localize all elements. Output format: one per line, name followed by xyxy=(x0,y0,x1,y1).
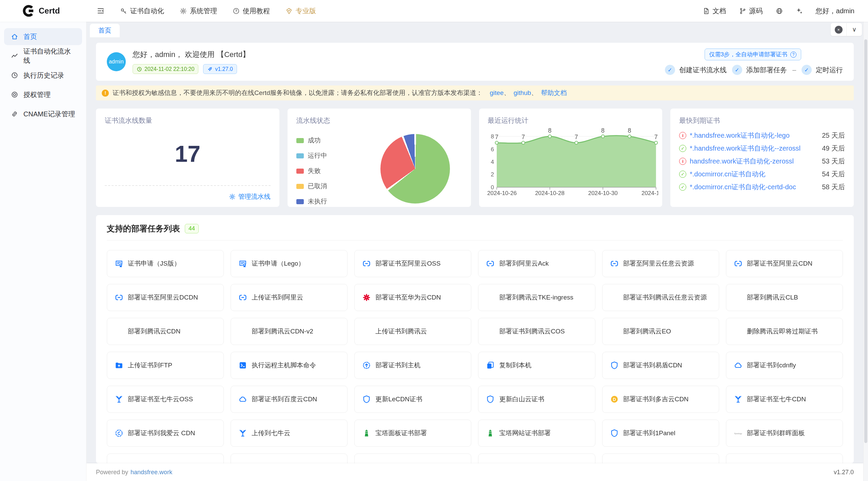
task-card[interactable]: 上传证书到FTP xyxy=(107,352,224,379)
task-card[interactable]: 部署证书到易盾CDN xyxy=(602,352,719,379)
task-card[interactable]: 复制到本机 xyxy=(478,352,595,379)
task-card[interactable]: 部署证书到cdnfly xyxy=(726,352,843,379)
task-label: 部署证书到易盾CDN xyxy=(623,361,682,370)
baota-icon xyxy=(362,429,371,438)
notice-link-1[interactable]: gitee xyxy=(490,89,504,96)
clock-icon xyxy=(137,66,142,72)
tab-home[interactable]: 首页 xyxy=(90,24,120,37)
deploy-tasks-card: 支持的部署任务列表 44 证书申请（JS版）证书申请（Lego）部署证书至阿里云… xyxy=(96,215,854,463)
svg-text:2: 2 xyxy=(491,171,494,178)
avatar: admin xyxy=(107,52,126,71)
notice-link-3[interactable]: 帮助文档 xyxy=(541,89,567,96)
task-card[interactable]: 部署到腾讯云CDN xyxy=(107,318,224,345)
huawei-icon xyxy=(362,293,371,302)
tab-options-button[interactable]: ∨ xyxy=(846,23,862,36)
task-card-partial[interactable] xyxy=(602,454,719,463)
security-notice: ! 证书和授权为敏感信息，不要使用来历不明的在线Certd服务和镜像，以免泄露；… xyxy=(96,85,854,100)
task-card[interactable]: 证书申请（JS版） xyxy=(107,250,224,277)
task-card[interactable]: 上传证书到腾讯云 xyxy=(354,318,471,345)
legend-label: 未执行 xyxy=(308,197,327,206)
cert-name-link[interactable]: *.docmirror.cn证书自动化 xyxy=(690,170,818,179)
task-card[interactable]: 部署至阿里云任意云资源 xyxy=(602,250,719,277)
task-card[interactable]: 删除腾讯云即将过期证书 xyxy=(726,318,843,345)
language-globe-icon[interactable] xyxy=(776,7,783,15)
task-card[interactable]: 部署证书至七牛CDN xyxy=(726,386,843,413)
task-card[interactable]: 部署证书至华为云CDN xyxy=(354,284,471,311)
task-card[interactable]: 宝塔面板证书部署 xyxy=(354,420,471,447)
cert-name-link[interactable]: *.docmirror.cn证书自动化-certd-doc xyxy=(690,182,818,192)
task-card[interactable]: 上传到七牛云 xyxy=(231,420,348,447)
notice-link-2[interactable]: github xyxy=(514,89,531,96)
task-card[interactable]: 部署证书到我爱云 CDN xyxy=(107,420,224,447)
menu-fold-icon[interactable] xyxy=(97,7,105,15)
git-branch-icon xyxy=(739,7,746,15)
svg-text:2024-10-30: 2024-10-30 xyxy=(588,190,617,196)
sidebar-item-cert-pipelines[interactable]: 证书自动化流水线 xyxy=(4,47,82,64)
task-card[interactable]: 部署证书到1Panel xyxy=(602,420,719,447)
task-card-partial[interactable] xyxy=(726,454,843,463)
svg-text:8: 8 xyxy=(491,133,494,140)
task-card[interactable]: 部署证书至阿里云OSS xyxy=(354,250,471,277)
task-card-partial[interactable] xyxy=(231,454,348,463)
tasks-grid: 证书申请（JS版）证书申请（Lego）部署证书至阿里云OSS部署到阿里云Ack部… xyxy=(107,250,843,463)
scrollbar-thumb[interactable] xyxy=(864,39,867,443)
manage-pipelines-link[interactable]: 管理流水线 xyxy=(229,192,271,201)
expiring-cert-item: ✓*.docmirror.cn证书自动化-certd-doc58 天后 xyxy=(679,182,845,191)
task-label: 部署到腾讯云TKE-ingress xyxy=(499,293,573,302)
cert-name-link[interactable]: *.handsfree.work证书自动化--zerossl xyxy=(690,144,818,153)
step-scheduled-run: ✓定时运行 xyxy=(802,65,843,75)
pro-icon xyxy=(285,7,293,15)
task-card[interactable]: 部署到腾讯云EO xyxy=(602,318,719,345)
menu-item-pro-edition[interactable]: 专业版 xyxy=(278,0,324,22)
home-icon xyxy=(11,33,18,40)
task-card-partial[interactable] xyxy=(478,454,595,463)
task-card[interactable]: 部署到腾讯云CDN-v2 xyxy=(231,318,348,345)
question-icon xyxy=(233,7,240,15)
recent-runs-card: 最近运行统计 024682024-10-262024-10-282024-10-… xyxy=(479,109,663,207)
task-card[interactable]: 部署到腾讯云CLB xyxy=(726,284,843,311)
task-card[interactable]: 执行远程主机脚本命令 xyxy=(231,352,348,379)
scrollbar[interactable] xyxy=(863,22,868,481)
cert-name-link[interactable]: handsfree.work证书自动化-zerossl xyxy=(690,157,818,166)
task-card[interactable]: 部署到腾讯云TKE-ingress xyxy=(478,284,595,311)
task-card[interactable]: 部署证书到群晖面板 xyxy=(726,420,843,447)
close-all-tabs-button[interactable]: × xyxy=(831,23,846,36)
menu-item-cert-automation[interactable]: 证书自动化 xyxy=(112,0,172,22)
check-circle-icon: ✓ xyxy=(679,184,686,191)
source-code-link[interactable]: 源码 xyxy=(739,6,763,16)
user-greeting[interactable]: 您好，admin xyxy=(816,6,854,16)
task-card[interactable]: 部署证书到多吉云CDN xyxy=(602,386,719,413)
sidebar-item-label: CNAME记录管理 xyxy=(23,110,75,119)
task-card-partial[interactable] xyxy=(107,454,224,463)
handsfree-link[interactable]: handsfree.work xyxy=(131,469,172,476)
task-card[interactable]: 证书申请（Lego） xyxy=(231,250,348,277)
cert-name-link[interactable]: *.handsfree.work证书自动化-lego xyxy=(690,131,818,140)
aliyun-icon xyxy=(115,293,123,302)
menu-item-tutorial[interactable]: 使用教程 xyxy=(225,0,278,22)
sidebar-item-home[interactable]: 首页 xyxy=(4,28,82,45)
task-card[interactable]: 部署证书到主机 xyxy=(354,352,471,379)
menu-item-system-management[interactable]: 系统管理 xyxy=(172,0,225,22)
task-card[interactable]: 部署证书到百度云CDN xyxy=(231,386,348,413)
three-steps-hint[interactable]: 仅需3步，全自动申请部署证书 ? xyxy=(705,49,801,60)
task-card[interactable]: 部署到阿里云Ack xyxy=(478,250,595,277)
sidebar-item-cname-records[interactable]: CNAME记录管理 xyxy=(4,105,82,122)
task-card[interactable]: 上传证书到阿里云 xyxy=(231,284,348,311)
task-card[interactable]: 部署证书至七牛云OSS xyxy=(107,386,224,413)
synology-icon xyxy=(734,429,743,438)
task-card[interactable]: 部署证书到腾讯云任意云资源 xyxy=(602,284,719,311)
task-card[interactable]: 更新LeCDN证书 xyxy=(354,386,471,413)
legend-item: 失败 xyxy=(296,167,327,175)
sidebar-item-authorizations[interactable]: 授权管理 xyxy=(4,86,82,103)
theme-sparkles-icon[interactable] xyxy=(796,7,803,15)
svg-text:2024-10-26: 2024-10-26 xyxy=(487,190,516,196)
task-card[interactable]: 更新白山云证书 xyxy=(478,386,595,413)
tencent-icon xyxy=(486,293,495,302)
sidebar-item-run-history[interactable]: 执行历史记录 xyxy=(4,67,82,84)
task-card[interactable]: 宝塔网站证书部署 xyxy=(478,420,595,447)
task-card-partial[interactable] xyxy=(354,454,471,463)
task-card[interactable]: 部署证书至阿里云DCDN xyxy=(107,284,224,311)
docs-link[interactable]: 文档 xyxy=(703,6,726,16)
task-card[interactable]: 部署证书至阿里云CDN xyxy=(726,250,843,277)
task-card[interactable]: 部署证书到腾讯云COS xyxy=(478,318,595,345)
